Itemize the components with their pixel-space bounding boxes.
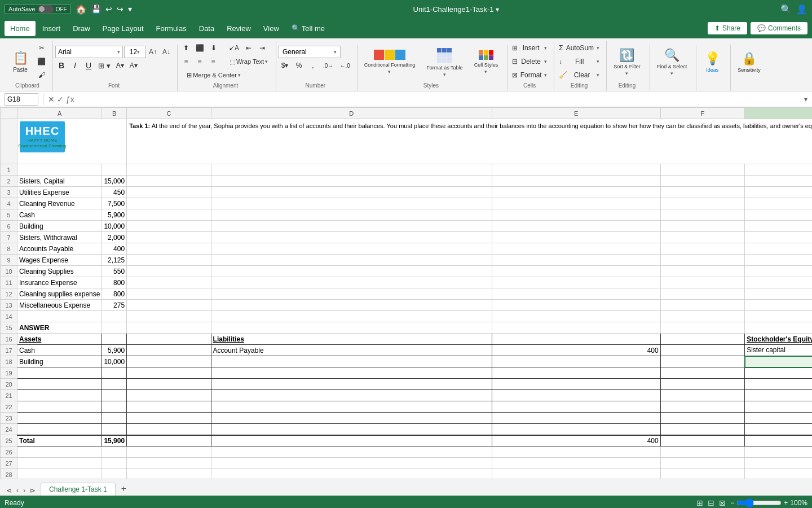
fill-color-button[interactable]: A▾ xyxy=(114,59,126,72)
cell-a24[interactable] xyxy=(17,424,102,435)
cell-d1[interactable] xyxy=(211,164,492,176)
cell-c14[interactable] xyxy=(127,311,211,322)
cell-f25[interactable] xyxy=(660,435,744,446)
cell-e21[interactable] xyxy=(492,390,660,401)
clear-button[interactable]: 🧹 Clear ▾ xyxy=(557,69,602,81)
cell-d25[interactable] xyxy=(211,435,492,446)
conditional-formatting-button[interactable]: Conditional Formatting ▾ xyxy=(360,46,420,78)
cell-c23[interactable] xyxy=(127,413,211,424)
cell-f20[interactable] xyxy=(660,379,744,390)
indent-increase-button[interactable]: ⇥ xyxy=(256,42,268,54)
first-sheet-arrow[interactable]: ⊲ xyxy=(5,485,14,496)
cell-a22[interactable] xyxy=(17,401,102,413)
cell-e4[interactable] xyxy=(492,198,660,209)
col-header-e[interactable]: E xyxy=(492,108,660,119)
cell-b23[interactable] xyxy=(102,413,127,424)
cell-d10[interactable] xyxy=(211,266,492,277)
cell-f23[interactable] xyxy=(660,413,744,424)
cut-button[interactable]: ✂ xyxy=(35,42,48,54)
cell-e11[interactable] xyxy=(492,277,660,288)
cell-e19[interactable] xyxy=(492,367,660,379)
cell-e25[interactable]: 400 xyxy=(492,435,660,446)
cell-f24[interactable] xyxy=(660,424,744,435)
cell-b10[interactable]: 550 xyxy=(102,266,127,277)
undo-icon[interactable]: ↩ xyxy=(105,5,112,14)
cell-c18[interactable] xyxy=(127,356,211,367)
cell-f4[interactable] xyxy=(660,198,744,209)
zoom-in-icon[interactable]: + xyxy=(784,499,788,507)
cell-b25[interactable]: 15,900 xyxy=(102,435,127,446)
cell-g20[interactable] xyxy=(745,379,812,390)
cell-e6[interactable] xyxy=(492,221,660,232)
cell-c24[interactable] xyxy=(127,424,211,435)
cell-d12[interactable] xyxy=(211,288,492,300)
cell-d17[interactable]: Account Payable xyxy=(211,345,492,356)
cell-b15[interactable] xyxy=(102,322,127,334)
cell-g6[interactable] xyxy=(745,221,812,232)
title-dropdown-icon[interactable]: ▾ xyxy=(496,6,499,14)
cell-f9[interactable] xyxy=(660,255,744,266)
cell-e15[interactable] xyxy=(492,322,660,334)
cell-f21[interactable] xyxy=(660,390,744,401)
cell-a1[interactable] xyxy=(17,164,102,176)
more-icon[interactable]: ▾ xyxy=(128,5,132,14)
cell-b12[interactable]: 800 xyxy=(102,288,127,300)
cell-e1[interactable] xyxy=(492,164,660,176)
indent-decrease-button[interactable]: ⇤ xyxy=(242,42,255,54)
align-bottom-button[interactable]: ⬇ xyxy=(208,42,220,54)
col-header-c[interactable]: C xyxy=(127,108,211,119)
cell-g16[interactable]: Stockholder's Equity xyxy=(745,334,812,345)
cell-g18[interactable] xyxy=(745,356,812,367)
cell-d3[interactable] xyxy=(211,187,492,198)
cell-c9[interactable] xyxy=(127,255,211,266)
cell-g24[interactable] xyxy=(745,424,812,435)
col-header-g[interactable]: G xyxy=(745,108,812,119)
cell-c21[interactable] xyxy=(127,390,211,401)
cell-a3[interactable]: Utilities Expense xyxy=(17,187,102,198)
cell-e9[interactable] xyxy=(492,255,660,266)
cell-a25[interactable]: Total xyxy=(17,435,102,446)
cell-c13[interactable] xyxy=(127,300,211,311)
cell-c7[interactable] xyxy=(127,232,211,243)
last-sheet-arrow[interactable]: ⊳ xyxy=(28,485,37,496)
cell-e5[interactable] xyxy=(492,209,660,221)
cell-b19[interactable] xyxy=(102,367,127,379)
cell-d2[interactable] xyxy=(211,176,492,187)
cell-d16[interactable]: Liabilities xyxy=(211,334,492,345)
cell-c19[interactable] xyxy=(127,367,211,379)
add-sheet-button[interactable]: + xyxy=(117,483,131,494)
currency-button[interactable]: $▾ xyxy=(279,59,291,72)
spreadsheet[interactable]: A B C D E F G H I J K L M N O P Q xyxy=(0,107,812,479)
cell-b13[interactable]: 275 xyxy=(102,300,127,311)
cell-a14[interactable] xyxy=(17,311,102,322)
cell-f19[interactable] xyxy=(660,367,744,379)
cell-c6[interactable] xyxy=(127,221,211,232)
cell-a7[interactable]: Sisters, Withdrawal xyxy=(17,232,102,243)
cell-f7[interactable] xyxy=(660,232,744,243)
underline-button[interactable]: U xyxy=(82,59,95,72)
merge-center-button[interactable]: ⊞ Merge & Center ▾ xyxy=(180,69,248,81)
font-color-button[interactable]: A▾ xyxy=(127,59,140,72)
cell-g17[interactable]: Sister capital xyxy=(745,345,812,356)
cell-e23[interactable] xyxy=(492,413,660,424)
cell-b21[interactable] xyxy=(102,390,127,401)
cell-d15[interactable] xyxy=(211,322,492,334)
cell-a15[interactable]: ANSWER xyxy=(17,322,102,334)
search-icon[interactable]: 🔍 xyxy=(780,4,792,15)
cell-e10[interactable] xyxy=(492,266,660,277)
cell-c17[interactable] xyxy=(127,345,211,356)
cell-e14[interactable] xyxy=(492,311,660,322)
font-size-selector[interactable]: 12 ▾ xyxy=(124,46,145,58)
cell-d9[interactable] xyxy=(211,255,492,266)
cell-e18[interactable] xyxy=(492,356,660,367)
align-top-button[interactable]: ⬆ xyxy=(180,42,192,54)
cell-d18[interactable] xyxy=(211,356,492,367)
sort-filter-button[interactable]: 🔃 Sort & Filter ▾ xyxy=(609,46,645,78)
insert-button[interactable]: ⊞ Insert ▾ xyxy=(510,42,549,54)
cell-g3[interactable] xyxy=(745,187,812,198)
format-button[interactable]: ⊠ Format ▾ xyxy=(510,69,549,81)
cell-b20[interactable] xyxy=(102,379,127,390)
next-sheet-arrow[interactable]: › xyxy=(21,485,27,496)
cell-e20[interactable] xyxy=(492,379,660,390)
cell-styles-button[interactable]: Cell Styles ▾ xyxy=(470,46,503,78)
